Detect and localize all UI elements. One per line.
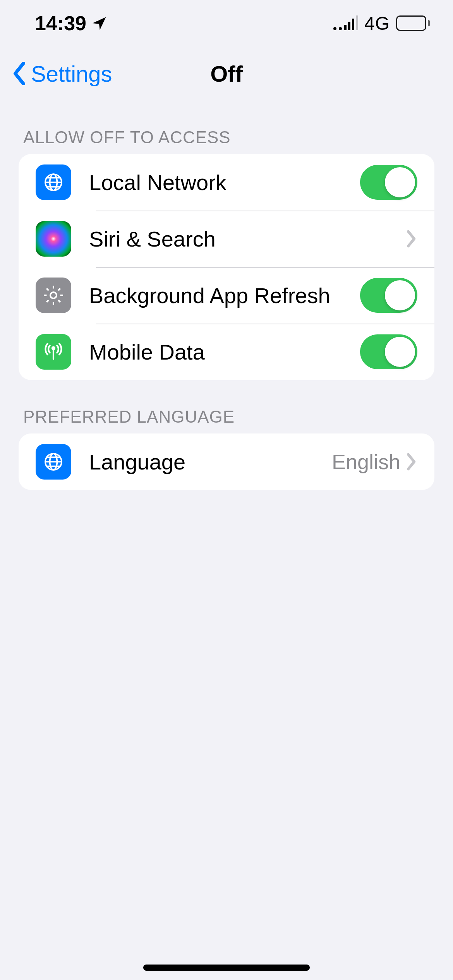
row-value-language: English	[332, 450, 400, 474]
network-type-label: 4G	[364, 13, 390, 34]
group-access: Local Network Siri & Search Background A…	[19, 154, 434, 380]
chevron-right-icon	[406, 452, 417, 471]
row-label-language: Language	[89, 449, 332, 475]
group-language: Language English	[19, 433, 434, 490]
cellular-signal-icon	[333, 16, 358, 30]
status-time: 14:39	[35, 12, 86, 35]
row-local-network[interactable]: Local Network	[19, 154, 434, 211]
toggle-bg-refresh[interactable]	[360, 278, 417, 313]
battery-icon	[396, 15, 430, 31]
back-button-label: Settings	[31, 61, 112, 87]
antenna-icon	[36, 334, 71, 370]
row-label-local-network: Local Network	[89, 170, 360, 195]
row-label-siri-search: Siri & Search	[89, 226, 406, 252]
page-title: Off	[210, 61, 243, 87]
location-arrow-icon	[91, 15, 107, 31]
toggle-local-network[interactable]	[360, 165, 417, 200]
nav-bar: Settings Off	[0, 46, 453, 101]
siri-icon	[36, 221, 71, 257]
row-language[interactable]: Language English	[19, 433, 434, 490]
toggle-mobile-data[interactable]	[360, 334, 417, 369]
status-bar: 14:39 4G	[0, 0, 453, 46]
language-globe-icon	[36, 444, 71, 480]
row-siri-search[interactable]: Siri & Search	[19, 211, 434, 267]
back-button[interactable]: Settings	[12, 61, 112, 87]
section-header-language: PREFERRED LANGUAGE	[0, 407, 453, 433]
gear-icon	[36, 278, 71, 313]
section-access: ALLOW OFF TO ACCESS Local Network Siri &…	[0, 128, 453, 380]
svg-point-3	[52, 347, 55, 350]
status-left: 14:39	[35, 12, 107, 35]
row-bg-refresh[interactable]: Background App Refresh	[19, 267, 434, 324]
chevron-right-icon	[406, 230, 417, 248]
globe-icon	[36, 164, 71, 200]
row-label-mobile-data: Mobile Data	[89, 339, 360, 365]
section-header-access: ALLOW OFF TO ACCESS	[0, 128, 453, 154]
svg-point-2	[50, 292, 57, 298]
home-indicator[interactable]	[143, 965, 310, 971]
chevron-left-icon	[12, 62, 27, 85]
row-mobile-data[interactable]: Mobile Data	[19, 324, 434, 380]
row-label-bg-refresh: Background App Refresh	[89, 283, 360, 308]
status-right: 4G	[333, 13, 430, 34]
section-language: PREFERRED LANGUAGE Language English	[0, 407, 453, 490]
